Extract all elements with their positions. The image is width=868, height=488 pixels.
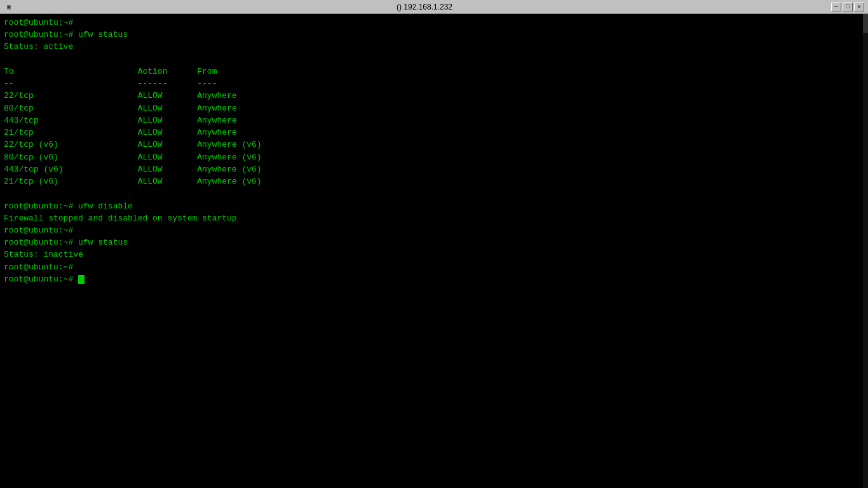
terminal-line-21: root@ubuntu:~# [4, 261, 864, 273]
terminal-line-4 [4, 53, 864, 65]
terminal-line-3: Status: active [4, 41, 864, 53]
terminal-icon: ▣ [4, 2, 14, 12]
terminal-line-22: root@ubuntu:~# [4, 273, 864, 285]
terminal-line-11: 22/tcp (v6) ALLOW Anywhere (v6) [4, 139, 864, 151]
terminal-line-18: root@ubuntu:~# [4, 224, 864, 236]
title-bar-buttons: ─ □ ✕ [831, 3, 864, 11]
title-bar: ▣ () 192.168.1.232 ─ □ ✕ [0, 0, 868, 14]
terminal-line-19: root@ubuntu:~# ufw status [4, 236, 864, 248]
terminal-line-6: -- ------ ---- [4, 78, 864, 90]
maximize-button[interactable]: □ [843, 3, 853, 11]
terminal-line-13: 443/tcp (v6) ALLOW Anywhere (v6) [4, 163, 864, 175]
terminal-line-14: 21/tcp (v6) ALLOW Anywhere (v6) [4, 175, 864, 187]
close-button[interactable]: ✕ [854, 3, 864, 11]
scrollbar[interactable] [863, 14, 868, 488]
terminal-line-16: root@ubuntu:~# ufw disable [4, 200, 864, 212]
terminal-line-5: To Action From [4, 65, 864, 78]
terminal-line-8: 80/tcp ALLOW Anywhere [4, 102, 864, 114]
terminal-line-17: Firewall stopped and disabled on system … [4, 212, 864, 224]
terminal-line-10: 21/tcp ALLOW Anywhere [4, 126, 864, 139]
cursor-block [78, 275, 85, 284]
terminal-line-2: root@ubuntu:~# ufw status [4, 29, 864, 41]
terminal-line-1: root@ubuntu:~# [4, 17, 864, 29]
terminal-body[interactable]: root@ubuntu:~# root@ubuntu:~# ufw status… [0, 14, 868, 488]
scrollbar-thumb[interactable] [863, 14, 868, 33]
terminal-line-9: 443/tcp ALLOW Anywhere [4, 114, 864, 126]
terminal-line-15 [4, 187, 864, 200]
terminal-line-20: Status: inactive [4, 248, 864, 261]
terminal-line-7: 22/tcp ALLOW Anywhere [4, 90, 864, 102]
terminal-line-12: 80/tcp (v6) ALLOW Anywhere (v6) [4, 151, 864, 163]
minimize-button[interactable]: ─ [831, 3, 841, 11]
title-bar-text: () 192.168.1.232 [18, 3, 831, 11]
